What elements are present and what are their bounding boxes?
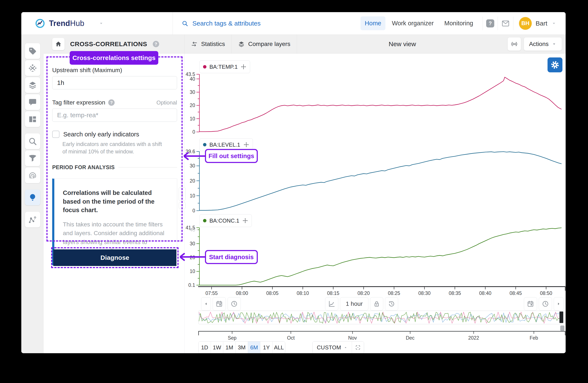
trend-mode-button[interactable] (325, 297, 338, 310)
rail-filter-button[interactable] (25, 151, 40, 166)
rail-search-button[interactable] (25, 134, 40, 149)
app-switcher[interactable]: TrendHub (21, 18, 172, 29)
tag-filter-input[interactable] (52, 109, 177, 122)
svg-text:41.5: 41.5 (186, 225, 195, 230)
svg-text:0.1: 0.1 (188, 282, 195, 288)
tag-icon (28, 47, 37, 56)
move-icon[interactable] (242, 218, 248, 224)
zoom-preset-1w[interactable]: 1W (211, 342, 223, 353)
trendhub-logo-icon (35, 18, 45, 29)
zoom-preset-6m[interactable]: 6M (248, 342, 260, 353)
duration-button[interactable]: 1 hour (340, 297, 368, 310)
start-time-button[interactable] (228, 297, 241, 310)
cross-correlations-panel: Upstream shift (Maximum) Tag filter expr… (44, 54, 185, 353)
diagnose-button[interactable]: Diagnose (53, 249, 176, 266)
svg-text:40: 40 (189, 76, 195, 82)
help-circle-icon[interactable]: ? (153, 41, 159, 47)
checkbox[interactable] (52, 131, 60, 138)
chevron-down-icon[interactable] (98, 21, 104, 26)
rail-calculations-button[interactable] (25, 60, 40, 76)
rail-fingerprint-button[interactable] (25, 168, 40, 183)
svg-text:Oct: Oct (287, 335, 295, 341)
panel-resize-handle[interactable] (179, 187, 186, 201)
start-date-button[interactable] (213, 297, 226, 310)
compare-layers-button[interactable]: Compare layers (231, 35, 297, 53)
zoom-preset-all[interactable]: ALL (273, 342, 285, 353)
context-overview-bar[interactable] (198, 311, 566, 324)
layers-icon (28, 81, 37, 90)
early-indicators-option[interactable]: Search only early indicators (52, 131, 177, 138)
panel-close-button[interactable] (179, 202, 186, 209)
focus-chart-ba-temp-1[interactable]: 43.5403020100 (185, 68, 566, 138)
rail-layers-button[interactable] (25, 77, 40, 93)
global-search-input[interactable]: Search tags & attributes (172, 12, 360, 35)
trend-chart-icon (328, 300, 335, 307)
close-icon (180, 204, 184, 207)
help-circle-icon[interactable]: ? (108, 99, 115, 106)
broadcast-button[interactable] (508, 38, 521, 51)
search-icon (28, 137, 37, 146)
chart-settings-button[interactable] (547, 57, 563, 72)
body-row: Upstream shift (Maximum) Tag filter expr… (44, 54, 566, 353)
header-actions: Actions (508, 35, 566, 53)
nav-monitoring[interactable]: Monitoring (440, 16, 477, 30)
svg-text:30: 30 (189, 241, 195, 246)
upstream-shift-input[interactable] (52, 76, 177, 89)
svg-text:10: 10 (189, 116, 195, 121)
layers-icon (238, 41, 245, 47)
divider (118, 167, 177, 168)
home-icon (55, 41, 62, 47)
overview-drag-handle[interactable] (560, 326, 564, 331)
home-button[interactable] (52, 38, 64, 50)
rail-comments-button[interactable] (25, 94, 40, 110)
legend-chip-ba-conc-1[interactable]: BA:CONC.1 (199, 214, 252, 227)
mail-icon[interactable] (501, 19, 510, 28)
history-button[interactable] (385, 297, 398, 310)
zoom-preset-1d[interactable]: 1D (199, 342, 211, 353)
clock-icon (542, 300, 549, 307)
broadcast-icon (511, 40, 518, 48)
series-name: BA:CONC.1 (210, 217, 239, 224)
rail-tag-button[interactable] (25, 43, 40, 59)
help-icon[interactable]: ? (486, 19, 494, 27)
step-back-button[interactable] (201, 297, 211, 310)
custom-range-button[interactable]: CUSTOM (313, 342, 352, 353)
swap-arrows-icon (191, 41, 198, 47)
info-title: Correlations will be calculated based on… (63, 189, 168, 214)
calendar-icon (216, 300, 223, 307)
svg-text:Nov: Nov (348, 335, 357, 341)
nav-home[interactable]: Home (360, 16, 385, 30)
upstream-shift-label: Upstream shift (Maximum) (52, 67, 177, 74)
statistics-button[interactable]: Statistics (184, 35, 231, 53)
statistics-label: Statistics (201, 41, 225, 47)
step-forward-button[interactable] (554, 297, 564, 310)
end-date-button[interactable] (524, 297, 537, 310)
lock-range-button[interactable] (370, 297, 383, 310)
math-functions-icon (28, 64, 37, 73)
lightbulb-icon (28, 193, 37, 202)
navbar: TrendHub Search tags & attributes Home W… (21, 12, 566, 35)
chevron-down-icon (552, 41, 557, 47)
user-menu[interactable]: BH Bart (517, 17, 566, 30)
brand-name: TrendHub (49, 19, 84, 28)
nav-work-organizer[interactable]: Work organizer (388, 16, 438, 30)
rail-dashboard-button[interactable] (25, 111, 40, 127)
rail-context-button[interactable] (25, 212, 40, 228)
chart-header: Statistics Compare layers New view Actio… (184, 35, 566, 53)
tool-rail (21, 35, 44, 353)
actions-button[interactable]: Actions (524, 38, 562, 51)
divider (498, 17, 498, 30)
zoom-preset-1y[interactable]: 1Y (260, 342, 273, 353)
compare-layers-label: Compare layers (248, 41, 290, 47)
rail-recommendations-button[interactable] (25, 190, 40, 205)
legend-chip-ba-temp-1[interactable]: BA:TEMP.1 (199, 60, 250, 73)
frame-icon (355, 345, 361, 350)
move-icon[interactable] (243, 142, 249, 148)
end-time-button[interactable] (539, 297, 552, 310)
zoom-preset-1m[interactable]: 1M (223, 342, 236, 353)
svg-text:Sep: Sep (228, 335, 236, 341)
move-icon[interactable] (241, 64, 247, 70)
view-title[interactable]: New view (297, 35, 508, 53)
zoom-preset-3m[interactable]: 3M (236, 342, 248, 353)
fit-range-button[interactable] (352, 342, 364, 353)
